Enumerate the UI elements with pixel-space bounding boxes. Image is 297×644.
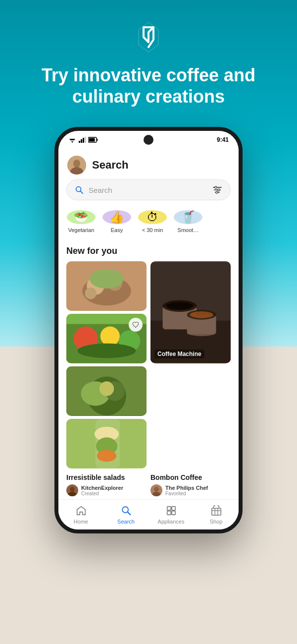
recipe-col-left [66, 261, 147, 468]
svg-rect-62 [171, 507, 175, 510]
salad-image-1[interactable] [66, 261, 147, 311]
vegetarian-chip-icon: 🥗 [67, 210, 96, 224]
svg-point-42 [97, 450, 116, 462]
new-for-you-header: New for you [58, 239, 239, 261]
svg-rect-61 [167, 507, 170, 510]
salad-image-3[interactable] [66, 366, 147, 416]
smoothie-label: Smoot… [178, 227, 199, 233]
svg-rect-4 [81, 139, 82, 143]
svg-point-52 [190, 311, 213, 318]
svg-line-14 [81, 191, 83, 194]
coffee-info: Bombon Coffee The Philips Chef Favorited [150, 473, 231, 496]
appliances-icon [166, 505, 177, 516]
svg-rect-64 [171, 511, 175, 515]
search-bar-container: Search [58, 179, 239, 207]
header-area: Try innovative coffee and culinary creat… [0, 0, 297, 122]
shop-nav-icon [210, 505, 222, 517]
svg-marker-2 [71, 141, 73, 143]
kitchen-explorer-info: KitchenExplorer Created [81, 485, 123, 496]
salad-image-2[interactable] [66, 314, 147, 363]
svg-point-19 [218, 189, 220, 191]
search-nav-icon-svg [121, 505, 132, 516]
coffee-author: The Philips Chef Favorited [150, 484, 231, 496]
kitchen-explorer-name: KitchenExplorer [81, 485, 123, 491]
quick-chip-icon: ⏱ [138, 210, 167, 224]
home-nav-icon [75, 505, 87, 517]
smoothie-chip-icon: 🥤 [174, 210, 202, 224]
coffee-machine-badge: Coffee Machine [154, 350, 204, 358]
search-icon [75, 185, 84, 194]
search-nav-icon [120, 505, 132, 517]
svg-rect-8 [89, 138, 95, 142]
shop-nav-label: Shop [210, 519, 223, 525]
svg-point-30 [100, 327, 120, 346]
svg-rect-63 [167, 511, 170, 515]
home-icon [76, 505, 87, 516]
page-title: Search [92, 159, 128, 172]
nav-appliances[interactable]: Appliances [148, 503, 194, 527]
wifi-icon [68, 137, 76, 143]
quick-label: < 30 min [142, 227, 163, 233]
svg-point-57 [154, 487, 159, 492]
recipe-grid: Coffee Machine [58, 261, 239, 468]
filter-icon[interactable] [212, 185, 222, 195]
svg-point-32 [78, 344, 136, 358]
category-vegetarian[interactable]: 🥗 Vegetarian [66, 210, 96, 232]
easy-chip-icon: 👍 [102, 210, 131, 224]
coffee-title: Bombon Coffee [150, 473, 231, 481]
vegetarian-label: Vegetarian [68, 227, 95, 233]
app-tagline: Try innovative coffee and culinary creat… [0, 64, 297, 107]
category-quick[interactable]: ⏱ < 30 min [138, 210, 167, 232]
salads-title: Irresistible salads [66, 473, 147, 481]
kitchen-explorer-action: Created [81, 491, 123, 496]
philips-chef-avatar [150, 484, 162, 496]
philips-chef-action: Favorited [165, 491, 208, 496]
user-avatar[interactable] [67, 156, 86, 175]
app-content: Search Search [58, 149, 239, 529]
status-bar: 9:41 [58, 131, 239, 149]
camera-notch [144, 135, 153, 145]
nav-home[interactable]: Home [58, 503, 103, 527]
appliances-nav-icon [165, 505, 177, 517]
svg-point-26 [90, 269, 124, 289]
kitchen-explorer-avatar [66, 484, 78, 496]
appliances-nav-label: Appliances [158, 519, 185, 525]
philips-chef-info: The Philips Chef Favorited [165, 485, 208, 496]
salads-author: KitchenExplorer Created [66, 484, 147, 496]
recipe-info-row: Irresistible salads KitchenExplorer Crea… [58, 468, 239, 499]
svg-rect-9 [97, 139, 98, 141]
svg-point-20 [216, 191, 218, 193]
svg-rect-6 [85, 137, 86, 143]
svg-rect-5 [83, 138, 84, 143]
heart-icon [132, 321, 139, 328]
battery-icon [88, 137, 98, 143]
coffee-image[interactable]: Coffee Machine [150, 261, 231, 363]
home-nav-label: Home [74, 519, 88, 525]
recipe-col-right: Coffee Machine [150, 261, 231, 468]
shop-icon [211, 505, 222, 516]
salads-info: Irresistible salads KitchenExplorer Crea… [66, 473, 147, 496]
search-bar[interactable]: Search [66, 179, 231, 200]
phone-frame: 9:41 Search [54, 127, 243, 533]
search-placeholder: Search [89, 186, 212, 194]
svg-point-18 [215, 186, 217, 188]
phone-mockup: 9:41 Search [0, 127, 297, 533]
status-time: 9:41 [217, 136, 229, 143]
philips-chef-name: The Philips Chef [165, 485, 208, 491]
app-header: Search [58, 149, 239, 179]
category-smoothie[interactable]: 🥤 Smoot… [173, 210, 203, 232]
app-logo-icon [134, 20, 163, 55]
nav-shop[interactable]: Shop [194, 503, 239, 527]
svg-point-25 [85, 288, 97, 299]
svg-line-60 [127, 512, 130, 515]
svg-rect-65 [211, 509, 220, 516]
category-easy[interactable]: 👍 Easy [102, 210, 132, 232]
nav-search[interactable]: Search [103, 503, 148, 527]
svg-point-54 [70, 487, 75, 492]
categories-row: 🥗 Vegetarian 👍 Easy ⏱ < 30 min 🥤 Smoot… [58, 207, 239, 239]
signal-icon [78, 137, 86, 143]
status-icons [68, 137, 98, 143]
svg-point-11 [73, 160, 80, 168]
svg-point-37 [99, 382, 114, 396]
salad-image-4[interactable] [66, 419, 147, 468]
